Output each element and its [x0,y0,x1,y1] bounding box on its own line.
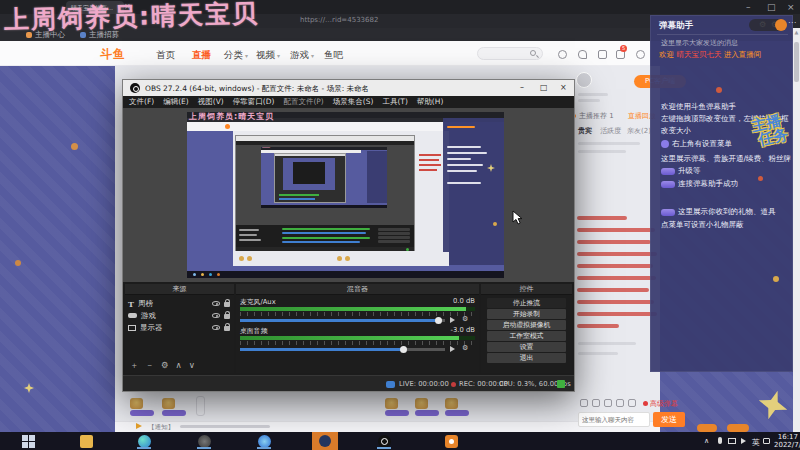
nav-item-home[interactable]: 首页 [156,49,175,62]
menu-edit[interactable]: 编辑(E) [163,97,189,107]
history-icon[interactable] [558,50,567,59]
eye-icon[interactable] [212,325,220,330]
advanced-danmu-link[interactable]: 高级弹幕 [650,399,678,409]
menu-file[interactable]: 文件(F) [129,97,154,107]
emoji-icon[interactable] [580,399,588,407]
obs-maximize-icon[interactable]: □ [540,83,548,92]
speaker-icon[interactable] [450,346,458,352]
chat-input[interactable] [578,412,650,427]
streamer-task-badge[interactable]: 主播 任务 [746,112,789,149]
obs-logo-icon [130,83,140,93]
studio-mode-button[interactable]: 工作室模式 [487,331,566,341]
douyu-client-icon[interactable] [445,435,458,448]
menu-help[interactable]: 帮助(H) [417,97,444,107]
fan-badge[interactable] [415,398,439,416]
message-icon[interactable] [598,50,607,59]
fan-badge[interactable] [162,398,186,416]
source-row-display[interactable]: 显示器 [128,322,230,333]
sources-toolbar[interactable]: ＋－⚙∧∨ [130,360,202,372]
image-icon[interactable] [604,399,612,407]
volume-slider[interactable] [240,348,445,351]
obs-minimize-icon[interactable]: – [520,83,524,92]
sources-header[interactable]: 来源 [125,284,234,295]
fan-badge[interactable] [445,398,469,416]
nav-item-yuba[interactable]: 鱼吧 [324,49,343,62]
microphone-icon[interactable] [718,437,722,444]
scrollbar-thumb[interactable] [794,42,799,82]
streamer-avatar[interactable] [576,72,592,88]
display-tray-icon[interactable] [728,438,736,444]
active-app-highlight[interactable] [312,432,338,450]
avatar[interactable] [775,19,787,31]
tray-time: 16:17 [774,433,798,441]
site-logo[interactable]: 斗鱼 [100,46,126,63]
lock-icon[interactable] [224,314,230,319]
search-icon[interactable] [530,50,536,56]
stop-streaming-button[interactable]: 停止推流 [487,298,566,308]
volume-slider[interactable] [240,319,445,322]
start-button[interactable] [22,435,35,448]
text-blurred [578,142,640,145]
clock[interactable]: 16:17 2022/7/18 [774,433,798,449]
menu-view[interactable]: 视图(V) [198,97,224,107]
scroll-up-icon[interactable]: ▲ [793,28,800,36]
virtual-camera-button[interactable]: 启动虚拟摄像机 [487,320,566,330]
controls-dock: 控件 停止推流 开始录制 启动虚拟摄像机 工作室模式 设置 退出 [481,284,572,373]
window-close-icon[interactable]: × [787,1,795,13]
chat-message: 欢迎使用斗鱼弹幕助手 [661,102,736,112]
heart-icon[interactable] [578,50,587,59]
source-row-game[interactable]: 游戏 [128,310,230,321]
welcome-message: 欢迎 晴天宝贝七天 进入直播间 [659,50,761,60]
lock-icon[interactable] [224,302,230,307]
viewer-tab-friends[interactable]: 亲友(2) [627,126,651,136]
rank-widget[interactable] [196,396,205,416]
speaker-tray-icon[interactable] [741,438,749,444]
obs-preview-canvas[interactable]: ⸺ [123,108,574,282]
mixer-channel-name: 麦克风/Aux [240,297,276,307]
window-maximize-icon[interactable]: □ [767,1,776,13]
exit-button[interactable]: 退出 [487,353,566,363]
gear-icon[interactable]: ⚙ [462,316,468,323]
start-recording-button[interactable]: 开始录制 [487,309,566,319]
controls-header[interactable]: 控件 [481,284,572,295]
bell-icon[interactable] [636,50,645,59]
page-mini-button[interactable] [727,424,749,432]
viewer-tab-vip[interactable]: 贵宾 [578,126,592,136]
obs-close-icon[interactable]: × [560,83,567,92]
eye-icon[interactable] [212,301,220,306]
nav-item-game[interactable]: 游戏 ▾ [290,49,314,62]
lock-icon[interactable] [224,326,230,331]
obs-window[interactable]: OBS 27.2.4 (64-bit, windows) - 配置文件: 未命名… [122,79,575,392]
fan-badge[interactable] [385,398,409,416]
page-mini-button[interactable] [697,424,717,432]
menu-profile[interactable]: 配置文件(P) [283,97,323,107]
speaker-icon[interactable] [450,317,458,323]
nav-item-live[interactable]: 直播 [192,49,211,62]
window-minimize-icon[interactable]: – [746,1,751,13]
stream-health-icon [557,380,565,388]
gear-icon[interactable]: ⚙ [462,345,468,352]
send-button[interactable]: 发送 [653,412,685,427]
style-icon[interactable] [592,399,600,407]
eye-icon[interactable] [212,313,220,318]
more-icon[interactable] [628,399,636,407]
menu-docks[interactable]: 停靠窗口(D) [233,97,275,107]
nav-item-category[interactable]: 分类 ▾ [224,49,248,62]
gift-icon[interactable] [616,399,624,407]
viewer-tab-active[interactable]: 活跃度 [600,126,621,136]
tray-chevron-icon[interactable]: ∧ [704,437,709,445]
display-capture-icon [128,325,136,331]
menu-scene-collection[interactable]: 场景集合(S) [333,97,374,107]
fan-badge[interactable] [130,398,154,416]
nav-item-video[interactable]: 视频 ▾ [256,49,280,62]
page-scrollbar[interactable]: ▲ [793,28,800,432]
more-icon[interactable]: ⋯ [788,18,796,27]
mixer-header[interactable]: 混音器 [236,284,479,295]
menu-tools[interactable]: 工具(T) [382,97,407,107]
touch-keyboard-icon[interactable] [763,438,770,444]
source-row-text[interactable]: T 周榜 [128,298,230,309]
danmu-helper-panel[interactable]: 弹幕助手 ⚙ ⚙ ⋯ 这里显示大家发送的消息 欢迎 晴天宝贝七天 进入直播间 欢… [650,15,793,372]
settings-button[interactable]: 设置 [487,342,566,352]
ime-indicator[interactable]: 英 [752,437,760,448]
file-explorer-icon[interactable] [80,435,93,448]
